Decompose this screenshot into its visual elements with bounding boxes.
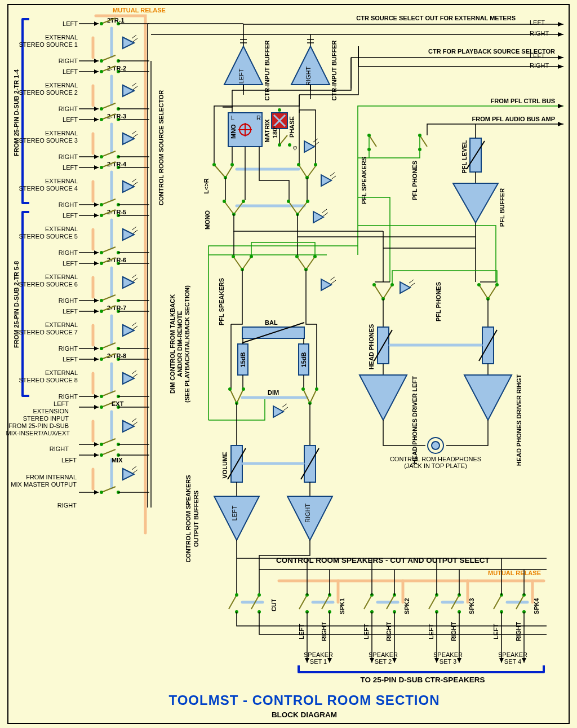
svg-point-57 — [100, 310, 103, 313]
src-desc2: STEREO SOURCE 4 — [19, 185, 78, 192]
to-dsub: TO 25-PIN D-SUB CTR-SPEAKERS — [360, 676, 485, 684]
spk-set-n: SET 3 — [440, 658, 456, 665]
dim3: (SEE PLAYBACK/TALKBACK SECTION) — [184, 285, 190, 403]
svg-point-141 — [301, 387, 305, 391]
sp-left: LEFT — [298, 624, 305, 639]
mix-l2: MIX MASTER OUTPUT — [11, 481, 77, 488]
src-left: LEFT — [63, 260, 78, 267]
sp-left: LEFT — [363, 624, 370, 639]
src-left: LEFT — [63, 68, 78, 75]
ext-left: LEFT — [54, 400, 69, 407]
bal-lbl: BAL — [265, 319, 278, 326]
ext-right: RIGHT — [50, 445, 69, 452]
svg-point-118 — [367, 148, 371, 151]
svg-point-139 — [228, 387, 232, 391]
src-desc1: EXTERNAL — [45, 321, 78, 328]
tag-mix: MIX — [112, 457, 123, 464]
svg-point-65 — [100, 358, 103, 361]
dim-lbl: DIM — [268, 389, 279, 396]
crb1: CONTROL ROOM SPEAKERS — [185, 475, 192, 562]
svg-point-132 — [477, 283, 481, 286]
spk-tag: SPK3 — [468, 598, 475, 615]
svg-point-75 — [100, 443, 103, 446]
svg-point-124 — [295, 255, 299, 258]
mutual-release-bot: MUTUAL RELASE — [488, 570, 541, 576]
right-1: RIGHT — [530, 30, 549, 37]
sp-right: RIGHT — [385, 622, 392, 642]
left-1: LEFT — [530, 19, 545, 26]
src-selector-label: CONTROL ROOM SOURCE SELECTOR — [158, 90, 165, 205]
src-right: RIGHT — [59, 153, 78, 160]
cut-title: CONTROL ROOM SPEAKERS - CUT AND OUTPUT S… — [276, 556, 490, 564]
svg-point-142 — [315, 387, 318, 391]
src-desc2: STEREO SOURCE 6 — [19, 281, 78, 288]
svg-point-117 — [367, 134, 371, 137]
src-desc2: STEREO SOURCE 3 — [19, 137, 78, 144]
svg-point-43 — [100, 251, 103, 254]
pfl-level-lbl: PFL LEVEL — [461, 140, 468, 173]
sp-right: RIGHT — [515, 622, 522, 642]
svg-point-120 — [418, 148, 421, 151]
spk-tag: SPK2 — [403, 598, 410, 615]
spk-tag: SPK1 — [339, 598, 345, 615]
svg-point-19 — [100, 107, 103, 111]
svg-point-152 — [235, 593, 238, 597]
svg-point-112 — [306, 200, 309, 203]
mix-l1: FROM INTERNAL — [26, 474, 77, 480]
src-desc2: STEREO SOURCE 7 — [19, 329, 78, 336]
dim2: AND/OR DIM-REMOTE — [176, 311, 183, 377]
out-r: RIGHT — [304, 504, 311, 523]
src-right: RIGHT — [59, 345, 78, 352]
db15-1: 15dB — [239, 352, 246, 367]
volume-lbl: VOLUME — [221, 452, 228, 478]
phi: φ — [293, 144, 297, 151]
db15-2: 15dB — [300, 352, 307, 367]
svg-point-9 — [100, 22, 103, 25]
svg-point-51 — [100, 299, 103, 302]
pfl-spk-1: PFL SPEAKERS — [361, 157, 367, 204]
svg-point-33 — [100, 166, 103, 169]
src-desc1: EXTERNAL — [45, 226, 78, 232]
svg-point-140 — [242, 387, 245, 391]
src-desc2: STEREO SOURCE 2 — [19, 89, 78, 96]
src-desc2: STEREO SOURCE 5 — [19, 233, 78, 240]
ext-l4: MIX-INSERT/AUX/EXT — [6, 430, 70, 436]
src-desc2: STEREO SOURCE 8 — [19, 377, 78, 383]
buf-right-text: RIGHT — [305, 67, 312, 86]
diagram-title: TOOLMST - CONTROL ROOM SECTION — [168, 692, 440, 708]
src-left: LEFT — [63, 20, 78, 27]
spk-set-n: SET 1 — [310, 658, 327, 665]
from-pfl-audio: FROM PFL AUDIO BUS AMP — [472, 116, 555, 122]
svg-point-83 — [100, 491, 103, 494]
cut-lbl: CUT — [270, 598, 277, 611]
svg-point-97 — [278, 143, 281, 147]
svg-point-25 — [100, 118, 103, 121]
svg-point-109 — [223, 200, 226, 203]
right-2: RIGHT — [530, 62, 549, 69]
headphone-jack — [432, 442, 440, 449]
spk-set: SPEAKER — [498, 651, 527, 658]
src-desc1: EXTERNAL — [45, 178, 78, 184]
src-left: LEFT — [63, 308, 78, 315]
svg-point-96 — [278, 108, 281, 112]
svg-point-59 — [100, 347, 103, 350]
svg-point-27 — [100, 155, 103, 158]
svg-point-122 — [232, 255, 235, 258]
pfl-ph-1: PFL PHONES — [411, 161, 418, 200]
phase-lbl: PHASE — [288, 116, 295, 138]
buf-left-text: LEFT — [238, 68, 245, 83]
pfl-ph-2: PFL PHONES — [435, 282, 442, 321]
from-pfl-ctrl: FROM PFL CTRL BUS — [491, 98, 555, 104]
mix-left: LEFT — [61, 457, 77, 464]
src-right: RIGHT — [59, 105, 78, 112]
svg-point-35 — [100, 203, 103, 206]
svg-point-111 — [287, 200, 290, 203]
ext-l3: FROM 25-PIN D-SUB — [8, 422, 69, 429]
svg-point-130 — [372, 283, 376, 286]
src-right: RIGHT — [59, 249, 78, 256]
mono-lbl: MONO — [204, 210, 211, 230]
src-desc1: EXTERNAL — [45, 369, 78, 376]
svg-point-11 — [100, 59, 103, 63]
src-right: RIGHT — [59, 393, 78, 400]
dim1: DIM CONTROL FROM TALKBACK — [169, 294, 176, 394]
